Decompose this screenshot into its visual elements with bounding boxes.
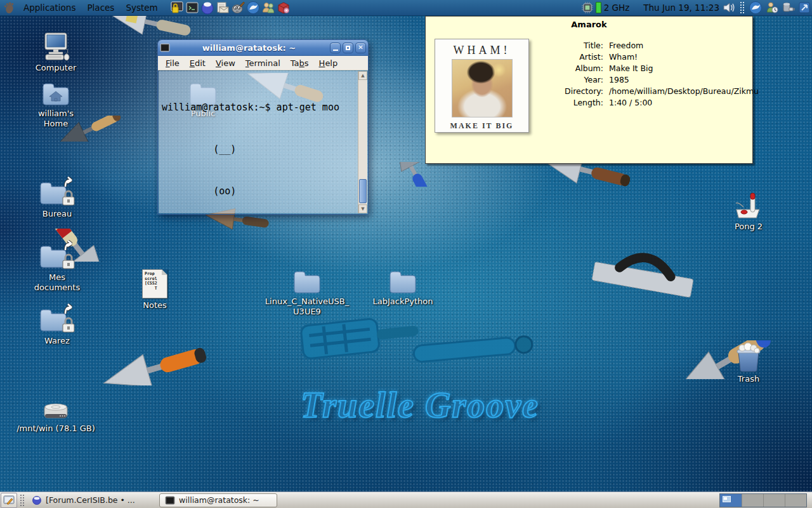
icon-label: Warez bbox=[44, 336, 70, 346]
scrollbar-thumb[interactable] bbox=[359, 179, 367, 203]
text-file-icon: Prop scrol [CSS2 T bbox=[142, 269, 167, 298]
close-button[interactable]: ✕ bbox=[355, 43, 366, 53]
panel-right-cluster: 2 GHz Thu Jun 19, 11:23 bbox=[582, 1, 812, 15]
menu-terminal[interactable]: Terminal bbox=[240, 57, 285, 69]
show-desktop-button[interactable] bbox=[1, 493, 17, 508]
desktop-icon-computer[interactable]: Computer bbox=[25, 32, 86, 73]
workspace-4[interactable] bbox=[785, 494, 806, 507]
menu-tabs[interactable]: Tabs bbox=[285, 57, 314, 69]
removable-device-icon[interactable] bbox=[782, 1, 796, 15]
icon-label: Linux_C_NativeUSB_U3UE9 bbox=[265, 297, 349, 317]
amarok-launcher-icon[interactable] bbox=[246, 1, 260, 15]
icon-label: LabJackPython bbox=[373, 297, 433, 307]
menu-system[interactable]: System bbox=[120, 1, 163, 14]
field-value: 1985 bbox=[609, 75, 759, 84]
icon-label: Notes bbox=[143, 300, 167, 311]
window-title: william@ratatosk: ~ bbox=[170, 43, 328, 53]
home-folder-icon bbox=[41, 81, 70, 107]
osd-app-title: Amarok bbox=[426, 20, 752, 29]
workspace-switcher bbox=[719, 493, 807, 507]
task-terminal[interactable]: william@ratatosk: ~ bbox=[159, 493, 277, 507]
terminal-line: (oo) bbox=[162, 184, 358, 198]
volume-icon[interactable] bbox=[722, 1, 736, 14]
desktop-icon-bureau[interactable]: Bureau bbox=[27, 177, 88, 219]
menu-help[interactable]: Help bbox=[314, 57, 343, 69]
terminal-launcher-icon[interactable] bbox=[185, 1, 199, 15]
terminal-content[interactable]: william@ratatosk:~$ apt-get moo (__) (oo… bbox=[159, 71, 358, 213]
terminal-menubar: File Edit View Terminal Tabs Help bbox=[158, 56, 368, 70]
task-label: [Forum.CerISIB.be • ... bbox=[46, 495, 135, 505]
menu-file[interactable]: File bbox=[160, 57, 185, 69]
desktop-icon-notes[interactable]: Prop scrol [CSS2 T Notes bbox=[124, 269, 185, 311]
folder-icon bbox=[388, 269, 417, 295]
desktop-icon-warez[interactable]: Warez bbox=[27, 304, 88, 346]
package-manager-icon[interactable] bbox=[277, 1, 291, 15]
bottom-panel: [Forum.CerISIB.be • ... william@ratatosk… bbox=[0, 491, 812, 508]
terminal-window-icon bbox=[160, 43, 170, 52]
scroll-up-arrow[interactable]: ▲ bbox=[358, 71, 367, 80]
terminal-task-icon bbox=[165, 496, 175, 505]
album-art-subtitle: MAKE IT BIG bbox=[450, 121, 514, 131]
gnome-foot-icon[interactable] bbox=[3, 1, 15, 14]
terminal-line: william@ratatosk:~$ apt-get moo bbox=[162, 100, 358, 114]
users-icon[interactable] bbox=[261, 1, 275, 15]
workspace-3[interactable] bbox=[763, 494, 785, 507]
album-art-photo bbox=[452, 59, 513, 117]
workspace-1[interactable] bbox=[720, 494, 742, 507]
terminal-line: (__) bbox=[162, 142, 358, 156]
email-icon[interactable] bbox=[216, 1, 230, 15]
clock-applet[interactable]: Thu Jun 19, 11:23 bbox=[643, 3, 719, 13]
desktop-icon-trash[interactable]: Trash bbox=[718, 342, 779, 384]
menu-view[interactable]: View bbox=[211, 57, 240, 69]
desktop-icon-mnt-win[interactable]: /mnt/win (78.1 GB) bbox=[15, 400, 97, 434]
album-art-title: WHAM! bbox=[454, 44, 511, 57]
terminal-window[interactable]: william@ratatosk: ~ ✕ File Edit View Ter… bbox=[157, 39, 369, 215]
terminal-scrollbar[interactable]: ▲ ▼ bbox=[358, 71, 367, 213]
screen: Truelle Groove Computer william's Home P… bbox=[0, 0, 812, 508]
desktop-icon-labjack[interactable]: LabJackPython bbox=[372, 269, 433, 307]
task-browser[interactable]: [Forum.CerISIB.be • ... bbox=[27, 493, 150, 507]
desktop-icon-pong2[interactable]: Pong 2 bbox=[718, 188, 779, 232]
icon-label: Bureau bbox=[43, 209, 72, 219]
maximize-button[interactable] bbox=[343, 43, 353, 53]
network-arrow-icon[interactable] bbox=[798, 1, 811, 14]
task-label: william@ratatosk: ~ bbox=[179, 495, 259, 505]
desktop-icon-mes-documents[interactable]: Mes documents bbox=[27, 240, 88, 293]
field-label: Album: bbox=[540, 64, 603, 73]
folder-icon bbox=[292, 269, 322, 295]
icon-label: william's Home bbox=[25, 109, 86, 129]
cpu-chip-icon[interactable] bbox=[582, 2, 593, 13]
menu-edit[interactable]: Edit bbox=[185, 57, 211, 69]
cpu-frequency-label[interactable]: 2 GHz bbox=[604, 3, 630, 13]
tray-grip-handle[interactable] bbox=[740, 1, 745, 14]
field-value: Freedom bbox=[609, 41, 759, 50]
folder-link-locked-icon bbox=[37, 304, 77, 334]
scroll-down-arrow[interactable]: ▼ bbox=[358, 204, 367, 213]
user-switcher-icon[interactable] bbox=[765, 1, 779, 15]
field-label: Title: bbox=[540, 41, 603, 50]
trash-full-icon bbox=[733, 342, 764, 372]
amarok-tray-icon[interactable] bbox=[749, 1, 763, 15]
field-label: Artist: bbox=[540, 52, 603, 62]
field-value: Make It Big bbox=[609, 64, 759, 73]
desktop-icon-home[interactable]: william's Home bbox=[25, 81, 86, 129]
desktop-icon-linux-c[interactable]: Linux_C_NativeUSB_U3UE9 bbox=[272, 269, 342, 317]
field-label: Year: bbox=[540, 75, 603, 84]
web-browser-icon[interactable] bbox=[200, 1, 214, 15]
computer-icon bbox=[41, 32, 71, 61]
minimize-button[interactable] bbox=[330, 43, 341, 53]
gimp-icon[interactable] bbox=[231, 1, 245, 15]
field-value: Wham! bbox=[609, 52, 759, 62]
amarok-osd[interactable]: Amarok WHAM! MAKE IT BIG Title:Freedom A… bbox=[425, 16, 753, 164]
harddisk-icon bbox=[42, 400, 70, 422]
tasklist-grip-handle[interactable] bbox=[20, 494, 25, 507]
browser-task-icon bbox=[32, 495, 42, 505]
folder-link-locked-icon bbox=[37, 177, 77, 207]
workspace-2[interactable] bbox=[742, 494, 763, 507]
lock-screen-icon[interactable] bbox=[170, 1, 184, 15]
menu-applications[interactable]: Applications bbox=[18, 1, 81, 14]
menu-places[interactable]: Places bbox=[81, 1, 120, 14]
icon-label: Mes documents bbox=[27, 272, 88, 293]
workspace-window-thumb bbox=[723, 496, 731, 502]
terminal-titlebar[interactable]: william@ratatosk: ~ ✕ bbox=[158, 40, 368, 56]
